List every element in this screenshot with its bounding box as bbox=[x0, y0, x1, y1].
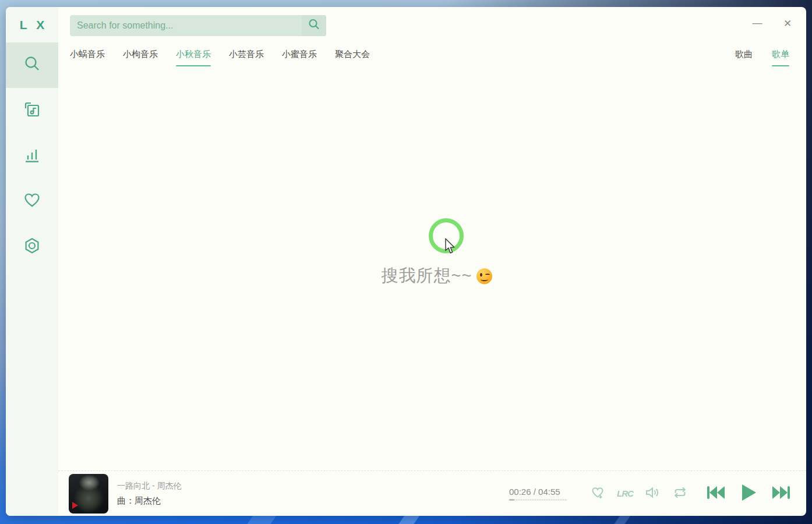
magnifier-icon bbox=[308, 18, 320, 33]
sidebar-item-search[interactable] bbox=[6, 43, 58, 88]
sidebar: L X bbox=[6, 7, 58, 516]
next-track-button[interactable] bbox=[772, 484, 790, 503]
player-bar: 一路向北 - 周杰伦 曲：周杰伦 00:26 / 04:55 bbox=[58, 470, 806, 516]
topbar: — ✕ bbox=[58, 7, 806, 41]
tab-songs[interactable]: 歌曲 bbox=[735, 49, 753, 61]
tab-source-4[interactable]: 小蜜音乐 bbox=[282, 49, 317, 61]
wallpaper-streak bbox=[398, 515, 420, 524]
heart-icon bbox=[23, 191, 41, 212]
tab-label: 歌单 bbox=[772, 49, 789, 59]
previous-track-button[interactable] bbox=[707, 484, 725, 503]
album-art-red-mark bbox=[72, 502, 78, 509]
music-square-icon bbox=[23, 100, 41, 121]
gear-hexagon-icon bbox=[23, 236, 41, 257]
emoji-eye bbox=[480, 273, 482, 277]
result-type-tabs: 歌曲 歌单 bbox=[735, 49, 789, 61]
app-logo: L X bbox=[6, 7, 58, 43]
now-playing-info: 一路向北 - 周杰伦 曲：周杰伦 bbox=[117, 481, 181, 507]
search-box bbox=[70, 15, 326, 36]
love-song-button[interactable] bbox=[589, 486, 606, 502]
emoji-wink-eye bbox=[485, 274, 490, 276]
minimize-button[interactable]: — bbox=[749, 15, 765, 31]
desktop-lyrics-button[interactable]: LRC bbox=[617, 486, 633, 502]
player-aux-controls: LRC bbox=[589, 486, 688, 502]
active-tab-underline bbox=[772, 65, 789, 66]
time-separator: / bbox=[534, 487, 536, 497]
transport-controls bbox=[707, 483, 790, 504]
sidebar-item-leaderboard[interactable] bbox=[6, 133, 58, 179]
close-button[interactable]: ✕ bbox=[779, 15, 796, 31]
tab-source-0[interactable]: 小蜗音乐 bbox=[70, 49, 105, 61]
wallpaper-streak bbox=[614, 515, 631, 524]
play-button[interactable] bbox=[740, 483, 757, 504]
sidebar-item-my-music[interactable] bbox=[6, 88, 58, 133]
wallpaper-streak bbox=[247, 515, 277, 524]
tab-playlists[interactable]: 歌单 bbox=[772, 49, 789, 61]
heart-plus-icon bbox=[590, 485, 605, 502]
window-controls: — ✕ bbox=[749, 15, 796, 31]
search-empty-state: 搜我所想~~ bbox=[58, 69, 806, 470]
volume-button[interactable] bbox=[644, 486, 661, 502]
sidebar-item-favorites[interactable] bbox=[6, 179, 58, 224]
bar-chart-icon bbox=[23, 146, 41, 167]
song-title: 一路向北 - 周杰伦 bbox=[117, 481, 181, 491]
tab-label: 小秋音乐 bbox=[176, 49, 211, 59]
repeat-icon bbox=[672, 485, 688, 502]
song-artist: 曲：周杰伦 bbox=[117, 495, 181, 507]
source-tab-row: 小蜗音乐 小枸音乐 小秋音乐 小芸音乐 小蜜音乐 聚合大会 歌曲 歌单 bbox=[58, 41, 806, 69]
tab-source-5[interactable]: 聚合大会 bbox=[335, 49, 370, 61]
hint-text: 搜我所想~~ bbox=[382, 264, 472, 288]
search-button[interactable] bbox=[302, 15, 326, 36]
empty-hint: 搜我所想~~ bbox=[58, 264, 806, 288]
tab-source-3[interactable]: 小芸音乐 bbox=[229, 49, 264, 61]
time-display: 00:26 / 04:55 bbox=[509, 487, 572, 497]
current-time: 00:26 bbox=[509, 487, 531, 497]
mouse-cursor bbox=[444, 238, 456, 257]
main-area: — ✕ 小蜗音乐 小枸音乐 小秋音乐 小芸音乐 小蜜音乐 聚合大会 歌曲 歌单 bbox=[58, 7, 806, 516]
sidebar-item-settings[interactable] bbox=[6, 224, 58, 270]
progress-fill bbox=[509, 499, 514, 501]
next-icon bbox=[772, 484, 790, 503]
tab-source-2[interactable]: 小秋音乐 bbox=[176, 49, 211, 61]
search-input[interactable] bbox=[70, 15, 302, 36]
lrc-icon: LRC bbox=[617, 488, 633, 498]
tab-source-1[interactable]: 小枸音乐 bbox=[123, 49, 158, 61]
total-time: 04:55 bbox=[538, 487, 560, 497]
play-mode-button[interactable] bbox=[672, 486, 688, 502]
wink-emoji bbox=[476, 268, 492, 284]
previous-icon bbox=[707, 484, 725, 503]
magnifier-icon bbox=[23, 55, 41, 76]
active-tab-underline bbox=[176, 65, 211, 66]
lx-music-window: L X bbox=[6, 7, 806, 516]
emoji-mouth bbox=[481, 278, 488, 281]
album-art[interactable] bbox=[69, 474, 108, 514]
source-tabs: 小蜗音乐 小枸音乐 小秋音乐 小芸音乐 小蜜音乐 聚合大会 bbox=[70, 49, 370, 61]
time-block: 00:26 / 04:55 bbox=[509, 487, 572, 501]
speaker-icon bbox=[645, 485, 661, 502]
progress-bar[interactable] bbox=[509, 499, 567, 501]
play-icon bbox=[740, 483, 757, 504]
